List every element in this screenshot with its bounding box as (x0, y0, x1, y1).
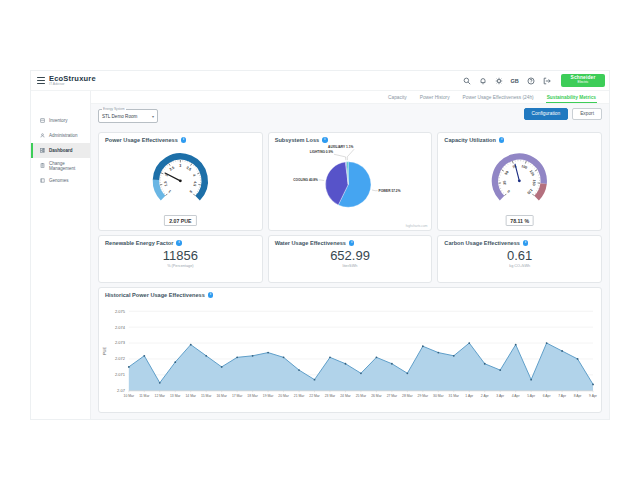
alarms-bell-icon[interactable] (478, 76, 487, 85)
app-window: EcoStruxure IT Advisor GB Schneider (30, 70, 610, 420)
tab-capacity[interactable]: Capacity (387, 92, 408, 102)
info-icon[interactable]: i (208, 292, 214, 298)
info-icon[interactable]: i (349, 240, 355, 246)
card-title: Renewable Energy Factor (105, 240, 173, 246)
metric-value: 0.61 (438, 249, 601, 263)
svg-text:2.072: 2.072 (115, 356, 125, 361)
info-icon[interactable]: i (499, 137, 505, 143)
export-button[interactable]: Export (572, 108, 602, 120)
svg-text:0: 0 (507, 189, 511, 193)
svg-text:175: 175 (527, 188, 534, 195)
svg-text:LIGHTING 0.9%: LIGHTING 0.9% (309, 150, 333, 154)
energy-system-label: Energy System (102, 108, 126, 111)
svg-text:POWER 57.2%: POWER 57.2% (378, 189, 400, 193)
svg-text:24 Mar: 24 Mar (340, 394, 351, 398)
energy-system-value: STL Demo Room (102, 114, 137, 119)
svg-text:8 Apr: 8 Apr (574, 394, 583, 398)
svg-text:26 Mar: 26 Mar (371, 394, 382, 398)
capacity-gauge: 0255075100125150175 (438, 145, 601, 211)
sidebar-item-inventory[interactable]: Inventory (31, 113, 90, 128)
sidebar-item-label: Change Management (49, 161, 90, 171)
highcharts-credit[interactable]: highcharts.com (406, 224, 428, 228)
svg-text:125: 125 (529, 169, 536, 176)
tab-power-usage-effectiveness[interactable]: Power Usage Effectiveness (24h) (462, 92, 535, 102)
card-title: Capacity Utilization (444, 137, 496, 143)
schneider-electric-logo[interactable]: Schneider Electric (561, 74, 605, 87)
user-initials-badge[interactable]: GB (510, 76, 519, 85)
svg-text:18 Mar: 18 Mar (247, 394, 258, 398)
svg-text:17 Mar: 17 Mar (232, 394, 243, 398)
svg-text:19 Mar: 19 Mar (263, 394, 274, 398)
svg-text:2.5: 2.5 (169, 166, 175, 172)
svg-text:27 Mar: 27 Mar (387, 394, 398, 398)
card-title: Water Usage Effectiveness (275, 240, 346, 246)
svg-text:10 Mar: 10 Mar (124, 394, 135, 398)
configuration-button[interactable]: Configuration (524, 108, 569, 120)
svg-text:2.074: 2.074 (115, 325, 126, 330)
svg-text:2.073: 2.073 (115, 340, 126, 345)
card-title: Historical Power Usage Effectiveness (105, 292, 205, 298)
svg-text:5 Apr: 5 Apr (527, 394, 536, 398)
svg-text:5: 5 (189, 189, 193, 193)
svg-text:3 Apr: 3 Apr (496, 394, 505, 398)
svg-text:28 Mar: 28 Mar (402, 394, 413, 398)
svg-text:2.075: 2.075 (115, 309, 126, 314)
sidebar-item-change-management[interactable]: Change Management (31, 158, 90, 173)
controls-row: Energy System STL Demo Room ▾ Configurat… (98, 108, 602, 128)
energy-system-select[interactable]: Energy System STL Demo Room ▾ (98, 109, 158, 123)
renewable-energy-factor-card: Renewable Energy Factor i 11856 % (Perce… (98, 235, 263, 283)
logout-icon[interactable] (542, 76, 551, 85)
svg-text:14 Mar: 14 Mar (185, 394, 196, 398)
svg-text:3: 3 (179, 164, 181, 168)
info-icon[interactable]: i (322, 137, 328, 143)
sidebar-item-label: Dashboard (49, 148, 73, 153)
info-icon[interactable]: i (523, 240, 529, 246)
svg-text:PUE: PUE (102, 347, 107, 356)
help-icon[interactable] (526, 76, 535, 85)
settings-gear-icon[interactable] (494, 76, 503, 85)
svg-text:16 Mar: 16 Mar (216, 394, 227, 398)
water-usage-effectiveness-card: Water Usage Effectiveness i 652.99 liter… (268, 235, 433, 283)
svg-text:4 Apr: 4 Apr (512, 394, 521, 398)
menu-icon[interactable] (37, 77, 45, 84)
metric-unit: kg CO₂/kWh (438, 264, 601, 268)
sidebar-item-dashboard[interactable]: Dashboard (31, 143, 90, 158)
sidebar-item-administration[interactable]: Administration (31, 128, 90, 143)
metric-unit: % (Percentage) (99, 264, 262, 268)
search-icon[interactable] (462, 76, 471, 85)
svg-text:30 Mar: 30 Mar (433, 394, 444, 398)
svg-text:11 Mar: 11 Mar (139, 394, 150, 398)
main-content: Energy System STL Demo Room ▾ Configurat… (91, 104, 609, 419)
brand: EcoStruxure IT Advisor (49, 75, 96, 87)
inventory-cube-icon (40, 118, 45, 123)
svg-text:6 Apr: 6 Apr (543, 394, 552, 398)
capacity-gauge-card: Capacity Utilization i 02550751001251501… (437, 132, 602, 231)
sidebar-item-genomes[interactable]: Genomes (31, 173, 90, 188)
svg-text:2.071: 2.071 (115, 372, 126, 377)
svg-text:25 Mar: 25 Mar (356, 394, 367, 398)
clipboard-icon (40, 163, 45, 168)
administration-person-icon (40, 133, 45, 138)
svg-text:3.5: 3.5 (185, 166, 191, 172)
card-title: Carbon Usage Effectiveness (444, 240, 520, 246)
svg-text:7 Apr: 7 Apr (558, 394, 567, 398)
subsystem-loss-card: Subsystem Loss i POWER 57.2%COOLING 40.8… (268, 132, 433, 231)
card-title: Power Usage Effectiveness (105, 137, 178, 143)
info-icon[interactable]: i (176, 240, 182, 246)
card-title: Subsystem Loss (275, 137, 319, 143)
metric-value: 11856 (99, 249, 262, 263)
svg-text:150: 150 (532, 179, 537, 185)
pue-gauge-card: Power Usage Effectiveness i 11.522.533.5… (98, 132, 263, 231)
tab-bar: Capacity Power History Power Usage Effec… (91, 91, 609, 104)
tab-power-history[interactable]: Power History (419, 92, 451, 102)
svg-text:2.07: 2.07 (117, 388, 125, 393)
pue-gauge: 11.522.533.544.55 (99, 145, 262, 211)
carbon-usage-effectiveness-card: Carbon Usage Effectiveness i 0.61 kg CO₂… (437, 235, 602, 283)
info-icon[interactable]: i (181, 137, 187, 143)
historical-pue-card: Historical Power Usage Effectiveness i 2… (98, 287, 602, 413)
tab-sustainability-metrics[interactable]: Sustainability Metrics (546, 92, 597, 103)
svg-text:4: 4 (192, 174, 196, 177)
dashboard-grid-icon (40, 148, 45, 153)
svg-text:AUXILIARY 1.1%: AUXILIARY 1.1% (328, 145, 353, 149)
svg-text:12 Mar: 12 Mar (155, 394, 166, 398)
